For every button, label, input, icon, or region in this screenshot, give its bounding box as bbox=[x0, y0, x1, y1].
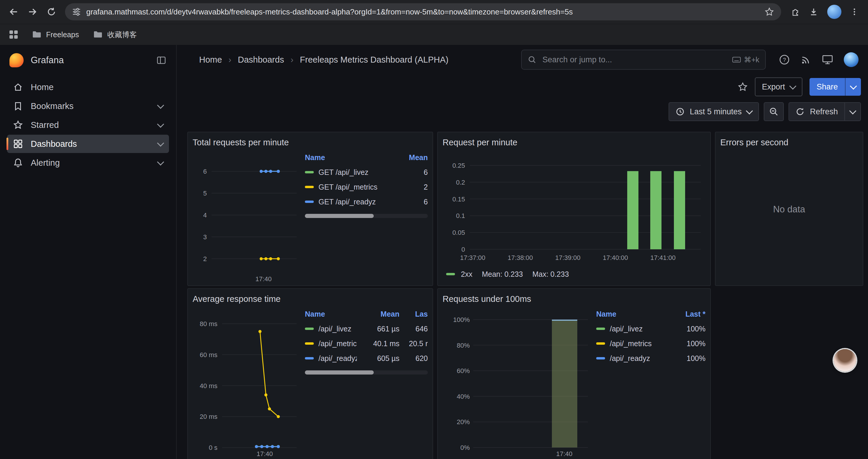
sidebar-item-dashboards[interactable]: Dashboards bbox=[7, 135, 169, 153]
sidebar-collapse-icon[interactable] bbox=[156, 55, 167, 66]
news-rss-icon[interactable] bbox=[801, 54, 811, 65]
series-name[interactable]: /api/_livez bbox=[610, 325, 643, 333]
breadcrumb-dashboards[interactable]: Dashboards bbox=[238, 55, 284, 65]
favorite-star-button[interactable] bbox=[738, 82, 748, 92]
svg-text:40%: 40% bbox=[457, 393, 470, 400]
url-bar[interactable]: grafana.mathmast.com/d/deytv4rwavabkb/fr… bbox=[65, 3, 781, 21]
refresh-interval-button[interactable] bbox=[844, 103, 860, 121]
sidebar-item-label: Home bbox=[31, 83, 54, 92]
legend-row[interactable]: GET /api/_metrics2 bbox=[305, 179, 428, 194]
series-last: 100% bbox=[673, 325, 706, 333]
series-name[interactable]: GET /api/_livez bbox=[318, 168, 368, 177]
legend-scrollbar[interactable] bbox=[305, 370, 428, 374]
search-input[interactable] bbox=[541, 55, 727, 65]
search-box[interactable]: ⌘+k bbox=[521, 50, 766, 70]
series-name[interactable]: GET /api/_metrics bbox=[318, 183, 378, 191]
user-avatar[interactable] bbox=[844, 52, 859, 67]
svg-text:17:40: 17:40 bbox=[556, 450, 572, 458]
sidebar-item-home[interactable]: Home bbox=[7, 78, 169, 96]
bookmark-folder-freeleaps[interactable]: Freeleaps bbox=[32, 30, 79, 39]
forward-button[interactable] bbox=[24, 3, 41, 21]
legend-row[interactable]: GET /api/_readyz6 bbox=[305, 194, 428, 209]
search-icon bbox=[528, 55, 536, 64]
site-settings-tune-icon[interactable] bbox=[72, 7, 81, 16]
legend-scrollbar[interactable] bbox=[305, 214, 428, 218]
share-button[interactable]: Share bbox=[809, 78, 845, 96]
monitor-icon[interactable] bbox=[822, 54, 833, 65]
panel-title[interactable]: Average response time bbox=[193, 292, 428, 305]
zoom-out-button[interactable] bbox=[764, 102, 784, 121]
legend-row[interactable]: /api/_livez100% bbox=[596, 321, 706, 336]
browser-profile-avatar[interactable] bbox=[827, 5, 841, 19]
chevron-down-icon bbox=[157, 158, 164, 165]
help-icon[interactable]: ? bbox=[779, 54, 790, 65]
series-name[interactable]: /api/_livez bbox=[318, 325, 351, 333]
grafana-logo-icon[interactable] bbox=[9, 53, 24, 67]
svg-text:0.2: 0.2 bbox=[456, 179, 465, 186]
legend-row[interactable]: GET /api/_livez6 bbox=[305, 165, 428, 179]
average-response-time-chart[interactable]: 80 ms60 ms40 ms20 ms0 s17:40 bbox=[193, 306, 299, 459]
time-range-picker[interactable]: Last 5 minutes bbox=[669, 102, 759, 121]
bookmark-icon bbox=[13, 101, 23, 111]
sidebar-item-bookmarks[interactable]: Bookmarks bbox=[7, 97, 169, 115]
series-name[interactable]: GET /api/_readyz bbox=[318, 198, 376, 206]
bookmark-folder-blogs[interactable]: 收藏博客 bbox=[93, 30, 137, 40]
legend-header[interactable]: NameLast * bbox=[596, 306, 706, 321]
sidebar-item-alerting[interactable]: Alerting bbox=[7, 154, 169, 172]
legend-row[interactable]: /api/_metrics40.1 ms20.5 r bbox=[305, 336, 428, 351]
legend-row[interactable]: /api/_metrics100% bbox=[596, 336, 706, 351]
refresh-button[interactable]: Refresh bbox=[789, 103, 844, 121]
panel-errors-per-second: Errors per second No data bbox=[715, 132, 863, 286]
total-requests-chart[interactable]: 6543217:40 bbox=[193, 150, 299, 284]
series-name[interactable]: /api/_metrics bbox=[318, 339, 357, 348]
url-text[interactable]: grafana.mathmast.com/d/deytv4rwavabkb/fr… bbox=[86, 7, 759, 17]
legend-line[interactable]: 2xx Mean: 0.233 Max: 0.233 bbox=[442, 268, 706, 281]
reload-icon bbox=[47, 7, 56, 17]
svg-text:0.1: 0.1 bbox=[456, 212, 465, 220]
panel-title[interactable]: Errors per second bbox=[720, 136, 858, 149]
browser-menu-icon[interactable] bbox=[850, 7, 859, 17]
breadcrumb-current[interactable]: Freeleaps Metrics Dashboard (ALPHA) bbox=[300, 55, 448, 65]
sidebar-item-label: Dashboards bbox=[31, 139, 77, 149]
keyboard-icon bbox=[732, 57, 741, 63]
share-menu-button[interactable] bbox=[845, 78, 861, 96]
series-name[interactable]: 2xx bbox=[461, 270, 472, 278]
panel-title[interactable]: Requests under 100ms bbox=[442, 292, 706, 305]
request-per-minute-chart[interactable]: 0.250.20.150.10.05017:37:0017:38:0017:39… bbox=[442, 150, 705, 266]
series-name[interactable]: /api/_readyz bbox=[318, 354, 357, 363]
legend-row[interactable]: /api/_readyz605 µs620 bbox=[305, 351, 428, 366]
reload-button[interactable] bbox=[42, 3, 60, 21]
series-color-dash bbox=[305, 328, 314, 330]
panel-total-requests-per-minute: Total requests per minute 6543217:40 Nam… bbox=[187, 132, 433, 286]
floating-assistant-avatar[interactable] bbox=[834, 349, 856, 371]
folder-icon bbox=[93, 30, 102, 39]
series-name[interactable]: /api/_readyz bbox=[610, 354, 650, 363]
refresh-icon bbox=[796, 107, 804, 116]
downloads-icon[interactable] bbox=[809, 7, 818, 17]
panel-title[interactable]: Request per minute bbox=[442, 136, 706, 149]
series-mean: 6 bbox=[397, 198, 428, 206]
bookmark-label: Freeleaps bbox=[46, 30, 79, 39]
svg-text:17:39:00: 17:39:00 bbox=[555, 254, 581, 261]
extensions-puzzle-icon[interactable] bbox=[790, 7, 800, 17]
svg-text:20%: 20% bbox=[457, 418, 470, 426]
apps-grid-icon[interactable] bbox=[9, 30, 18, 39]
panel-title[interactable]: Total requests per minute bbox=[193, 136, 428, 149]
export-button[interactable]: Export bbox=[755, 77, 802, 96]
bookmark-star-icon[interactable] bbox=[765, 7, 774, 17]
sidebar-nav: Home Bookmarks Starred Dashboards bbox=[0, 76, 176, 175]
svg-text:2: 2 bbox=[203, 255, 207, 263]
series-name[interactable]: /api/_metrics bbox=[610, 339, 652, 348]
svg-text:17:40: 17:40 bbox=[255, 275, 272, 283]
legend-row[interactable]: /api/_livez661 µs646 bbox=[305, 321, 428, 336]
browser-toolbar: grafana.mathmast.com/d/deytv4rwavabkb/fr… bbox=[0, 0, 868, 24]
svg-text:17:40: 17:40 bbox=[256, 450, 273, 458]
legend-header[interactable]: NameMeanLas bbox=[305, 306, 428, 321]
sidebar-item-starred[interactable]: Starred bbox=[7, 116, 169, 134]
legend-header[interactable]: NameMean bbox=[305, 150, 428, 165]
back-button[interactable] bbox=[5, 3, 23, 21]
breadcrumb-home[interactable]: Home bbox=[199, 55, 222, 65]
browser-window: grafana.mathmast.com/d/deytv4rwavabkb/fr… bbox=[0, 0, 868, 459]
requests-under-100ms-chart[interactable]: 100%80%60%40%20%0%17:40 bbox=[442, 306, 590, 459]
legend-row[interactable]: /api/_readyz100% bbox=[596, 351, 706, 366]
